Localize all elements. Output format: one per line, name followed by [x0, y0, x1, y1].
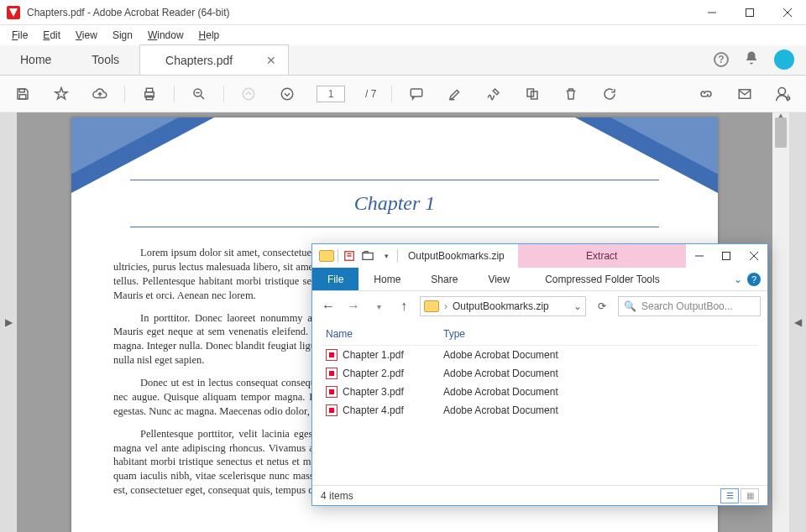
email-icon[interactable] — [735, 85, 754, 103]
menu-view[interactable]: View — [69, 28, 104, 43]
page-up-icon[interactable] — [239, 85, 258, 103]
svg-rect-1 — [746, 8, 753, 16]
explorer-maximize-button[interactable] — [713, 244, 740, 268]
svg-rect-7 — [146, 88, 153, 92]
menu-file[interactable]: File — [5, 28, 34, 43]
chevron-right-icon: › — [444, 300, 447, 312]
rotate-icon[interactable] — [600, 85, 619, 103]
qat-dropdown-icon[interactable]: ▾ — [379, 248, 394, 263]
tab-tools[interactable]: Tools — [71, 44, 139, 75]
help-icon[interactable]: ? — [714, 52, 729, 67]
sign-icon[interactable] — [484, 85, 503, 103]
pdf-file-icon — [326, 349, 338, 361]
explorer-statusbar: 4 items ☰ ▦ — [312, 485, 767, 505]
address-dropdown-icon[interactable]: ⌄ — [573, 300, 582, 312]
file-type: Adobe Acrobat Document — [438, 401, 759, 420]
view-icons-button[interactable]: ▦ — [741, 488, 759, 503]
menu-window[interactable]: Window — [141, 28, 191, 43]
column-name[interactable]: Name — [321, 321, 438, 346]
refresh-icon[interactable]: ⟳ — [593, 300, 611, 312]
file-row[interactable]: Chapter 1.pdfAdobe Acrobat Document — [321, 346, 759, 365]
svg-point-18 — [778, 87, 785, 94]
chapter-heading: Chapter 1 — [113, 192, 676, 215]
scroll-thumb[interactable] — [775, 117, 787, 148]
delete-icon[interactable] — [562, 85, 580, 103]
highlight-icon[interactable] — [446, 85, 464, 103]
contextual-tab-extract[interactable]: Extract — [518, 244, 686, 268]
link-icon[interactable] — [697, 85, 715, 103]
svg-point-13 — [281, 88, 293, 100]
minimize-button[interactable] — [693, 0, 730, 25]
close-button[interactable] — [768, 0, 806, 25]
nav-forward-icon[interactable]: → — [344, 299, 363, 314]
star-icon[interactable] — [52, 85, 71, 103]
comment-icon[interactable] — [407, 85, 426, 103]
menu-help[interactable]: Help — [192, 28, 227, 43]
explorer-title: OutputBookmarks.zip — [408, 250, 505, 262]
address-crumb[interactable]: OutputBookmarks.zip — [453, 300, 549, 312]
explorer-help-icon[interactable]: ? — [747, 273, 761, 286]
ribbon-tab-view[interactable]: View — [473, 268, 525, 290]
menu-edit[interactable]: Edit — [36, 28, 67, 43]
page-total-label: / 7 — [365, 88, 376, 100]
ribbon-tab-share[interactable]: Share — [416, 268, 473, 290]
notifications-icon[interactable] — [744, 50, 759, 70]
tab-close-icon[interactable]: ✕ — [266, 54, 276, 67]
search-input[interactable]: 🔍 Search OutputBoo... — [618, 296, 761, 316]
search-placeholder: Search OutputBoo... — [641, 300, 733, 312]
file-row[interactable]: Chapter 4.pdfAdobe Acrobat Document — [321, 401, 759, 420]
file-row[interactable]: Chapter 2.pdfAdobe Acrobat Document — [321, 364, 759, 383]
sidebar-toggle-left[interactable]: ▶ — [0, 112, 17, 532]
pdf-file-icon — [326, 368, 338, 379]
file-name: Chapter 4.pdf — [343, 404, 404, 416]
svg-rect-23 — [723, 253, 730, 260]
nav-recent-icon[interactable]: ▾ — [369, 302, 388, 311]
titlebar: Chapters.pdf - Adobe Acrobat Reader (64-… — [0, 0, 806, 25]
file-list[interactable]: Name Type Chapter 1.pdfAdobe Acrobat Doc… — [312, 321, 767, 485]
maximize-button[interactable] — [730, 0, 768, 25]
ribbon-tab-home[interactable]: Home — [359, 268, 416, 290]
tab-home[interactable]: Home — [0, 44, 71, 75]
file-row[interactable]: Chapter 3.pdfAdobe Acrobat Document — [321, 383, 759, 401]
explorer-minimize-button[interactable] — [686, 244, 713, 268]
file-type: Adobe Acrobat Document — [438, 383, 759, 401]
save-icon[interactable] — [13, 85, 32, 103]
ribbon-tab-compressed-tools[interactable]: Compressed Folder Tools — [530, 268, 675, 290]
decoration-corner-left — [71, 117, 214, 193]
explorer-ribbon: File Home Share View Compressed Folder T… — [312, 268, 767, 291]
avatar[interactable] — [774, 50, 794, 70]
column-header-row[interactable]: Name Type — [321, 321, 759, 346]
status-item-count: 4 items — [321, 490, 353, 502]
menu-sign[interactable]: Sign — [106, 28, 139, 43]
search-icon: 🔍 — [624, 300, 636, 312]
explorer-window: ▾ OutputBookmarks.zip Extract File Home … — [311, 243, 768, 506]
folder-icon[interactable] — [319, 250, 334, 262]
qat-properties-icon[interactable] — [342, 248, 357, 263]
ribbon-tab-file[interactable]: File — [312, 268, 359, 290]
file-type: Adobe Acrobat Document — [438, 364, 759, 383]
menubar: File Edit View Sign Window Help — [0, 25, 806, 45]
explorer-close-button[interactable] — [741, 244, 767, 268]
nav-back-icon[interactable]: ← — [319, 299, 338, 314]
file-name: Chapter 3.pdf — [343, 386, 404, 398]
tab-document[interactable]: Chapters.pdf ✕ — [139, 44, 289, 75]
rule-bottom — [130, 227, 659, 227]
people-icon[interactable] — [774, 85, 793, 103]
cloud-icon[interactable] — [91, 85, 109, 103]
page-down-icon[interactable] — [278, 85, 296, 103]
ribbon-collapse-icon[interactable]: ⌄ — [734, 274, 742, 285]
pdf-file-icon — [326, 386, 338, 398]
stamp-icon[interactable] — [523, 85, 542, 103]
vertical-scrollbar[interactable]: ▲ — [772, 112, 789, 532]
page-number-input[interactable]: 1 — [317, 86, 345, 102]
zoom-icon[interactable] — [190, 85, 208, 103]
svg-line-10 — [201, 96, 204, 99]
print-icon[interactable] — [140, 85, 159, 103]
address-bar[interactable]: › OutputBookmarks.zip ⌄ — [420, 296, 586, 316]
nav-up-icon[interactable]: ↑ — [395, 299, 413, 314]
qat-newfolder-icon[interactable] — [360, 248, 375, 263]
file-type: Adobe Acrobat Document — [438, 346, 759, 365]
sidebar-toggle-right[interactable]: ◀ — [789, 112, 806, 532]
column-type[interactable]: Type — [438, 321, 759, 346]
view-details-button[interactable]: ☰ — [720, 488, 739, 503]
